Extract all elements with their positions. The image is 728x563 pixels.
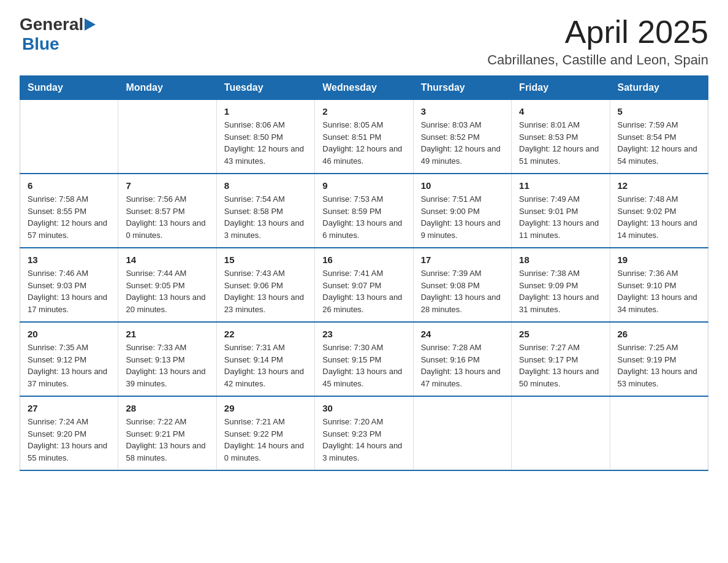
day-number: 6: [28, 180, 110, 191]
calendar-cell: 6Sunrise: 7:58 AM Sunset: 8:55 PM Daylig…: [20, 174, 118, 248]
calendar-cell: 20Sunrise: 7:35 AM Sunset: 9:12 PM Dayli…: [20, 322, 118, 396]
day-info: Sunrise: 7:24 AM Sunset: 9:20 PM Dayligh…: [28, 416, 110, 464]
day-number: 14: [126, 255, 208, 265]
day-number: 1: [224, 106, 307, 117]
day-info: Sunrise: 7:43 AM Sunset: 9:06 PM Dayligh…: [224, 267, 307, 315]
weekday-header-monday: Monday: [118, 76, 216, 100]
title-area: April 2025 Cabrillanes, Castille and Leo…: [487, 15, 708, 68]
logo-general-text: General: [20, 15, 83, 34]
calendar-cell: 28Sunrise: 7:22 AM Sunset: 9:21 PM Dayli…: [118, 396, 216, 470]
weekday-header-row: SundayMondayTuesdayWednesdayThursdayFrid…: [20, 76, 708, 100]
day-info: Sunrise: 7:25 AM Sunset: 9:19 PM Dayligh…: [618, 342, 700, 389]
day-info: Sunrise: 7:28 AM Sunset: 9:16 PM Dayligh…: [421, 342, 504, 389]
page-header: General Blue April 2025 Cabrillanes, Cas…: [20, 15, 708, 68]
calendar-cell: 7Sunrise: 7:56 AM Sunset: 8:57 PM Daylig…: [118, 174, 216, 248]
calendar-cell: 19Sunrise: 7:36 AM Sunset: 9:10 PM Dayli…: [610, 248, 708, 322]
day-number: 11: [519, 180, 602, 191]
day-info: Sunrise: 7:54 AM Sunset: 8:58 PM Dayligh…: [224, 193, 307, 241]
calendar-cell: 12Sunrise: 7:48 AM Sunset: 9:02 PM Dayli…: [610, 174, 708, 248]
day-info: Sunrise: 7:39 AM Sunset: 9:08 PM Dayligh…: [421, 267, 504, 315]
calendar-cell: 9Sunrise: 7:53 AM Sunset: 8:59 PM Daylig…: [315, 174, 413, 248]
calendar-cell: 5Sunrise: 7:59 AM Sunset: 8:54 PM Daylig…: [610, 100, 708, 174]
calendar-cell: 18Sunrise: 7:38 AM Sunset: 9:09 PM Dayli…: [512, 248, 610, 322]
day-number: 27: [28, 403, 110, 413]
calendar-cell: 23Sunrise: 7:30 AM Sunset: 9:15 PM Dayli…: [315, 322, 413, 396]
day-number: 3: [421, 106, 504, 117]
day-info: Sunrise: 7:46 AM Sunset: 9:03 PM Dayligh…: [28, 267, 110, 315]
day-number: 15: [224, 255, 307, 265]
day-info: Sunrise: 7:48 AM Sunset: 9:02 PM Dayligh…: [618, 193, 700, 241]
day-info: Sunrise: 7:58 AM Sunset: 8:55 PM Dayligh…: [28, 193, 110, 241]
day-number: 17: [421, 255, 504, 265]
day-info: Sunrise: 7:53 AM Sunset: 8:59 PM Dayligh…: [322, 193, 405, 241]
day-number: 26: [618, 329, 700, 339]
day-info: Sunrise: 7:30 AM Sunset: 9:15 PM Dayligh…: [322, 342, 405, 389]
day-info: Sunrise: 7:49 AM Sunset: 9:01 PM Dayligh…: [519, 193, 602, 241]
day-info: Sunrise: 7:44 AM Sunset: 9:05 PM Dayligh…: [126, 267, 208, 315]
weekday-header-friday: Friday: [512, 76, 610, 100]
calendar-cell: 16Sunrise: 7:41 AM Sunset: 9:07 PM Dayli…: [315, 248, 413, 322]
day-number: 13: [28, 255, 110, 265]
day-number: 30: [322, 403, 405, 413]
calendar-cell: 24Sunrise: 7:28 AM Sunset: 9:16 PM Dayli…: [413, 322, 511, 396]
calendar-cell: 1Sunrise: 8:06 AM Sunset: 8:50 PM Daylig…: [216, 100, 314, 174]
calendar-cell: [610, 396, 708, 470]
day-info: Sunrise: 7:56 AM Sunset: 8:57 PM Dayligh…: [126, 193, 208, 241]
calendar-subtitle: Cabrillanes, Castille and Leon, Spain: [487, 52, 708, 68]
day-number: 10: [421, 180, 504, 191]
day-number: 12: [618, 180, 700, 191]
day-number: 5: [618, 106, 700, 117]
day-number: 4: [519, 106, 602, 117]
weekday-header-thursday: Thursday: [413, 76, 511, 100]
day-info: Sunrise: 7:35 AM Sunset: 9:12 PM Dayligh…: [28, 342, 110, 389]
calendar-cell: [118, 100, 216, 174]
day-info: Sunrise: 7:31 AM Sunset: 9:14 PM Dayligh…: [224, 342, 307, 389]
calendar-cell: 30Sunrise: 7:20 AM Sunset: 9:23 PM Dayli…: [315, 396, 413, 470]
day-info: Sunrise: 7:38 AM Sunset: 9:09 PM Dayligh…: [519, 267, 602, 315]
day-number: 22: [224, 329, 307, 339]
weekday-header-saturday: Saturday: [610, 76, 708, 100]
weekday-header-wednesday: Wednesday: [315, 76, 413, 100]
calendar-cell: 22Sunrise: 7:31 AM Sunset: 9:14 PM Dayli…: [216, 322, 314, 396]
calendar-cell: 13Sunrise: 7:46 AM Sunset: 9:03 PM Dayli…: [20, 248, 118, 322]
day-info: Sunrise: 7:33 AM Sunset: 9:13 PM Dayligh…: [126, 342, 208, 389]
calendar-cell: 25Sunrise: 7:27 AM Sunset: 9:17 PM Dayli…: [512, 322, 610, 396]
calendar-cell: 14Sunrise: 7:44 AM Sunset: 9:05 PM Dayli…: [118, 248, 216, 322]
calendar-cell: [512, 396, 610, 470]
day-info: Sunrise: 7:36 AM Sunset: 9:10 PM Dayligh…: [618, 267, 700, 315]
calendar-week-row: 6Sunrise: 7:58 AM Sunset: 8:55 PM Daylig…: [20, 174, 708, 248]
day-info: Sunrise: 7:22 AM Sunset: 9:21 PM Dayligh…: [126, 416, 208, 464]
day-number: 24: [421, 329, 504, 339]
logo: General Blue: [20, 15, 98, 54]
weekday-header-tuesday: Tuesday: [216, 76, 314, 100]
calendar-table: SundayMondayTuesdayWednesdayThursdayFrid…: [20, 75, 708, 471]
logo-arrow-icon: [85, 16, 98, 33]
day-number: 2: [322, 106, 405, 117]
day-number: 18: [519, 255, 602, 265]
day-number: 28: [126, 403, 208, 413]
calendar-cell: 29Sunrise: 7:21 AM Sunset: 9:22 PM Dayli…: [216, 396, 314, 470]
calendar-cell: 21Sunrise: 7:33 AM Sunset: 9:13 PM Dayli…: [118, 322, 216, 396]
calendar-week-row: 20Sunrise: 7:35 AM Sunset: 9:12 PM Dayli…: [20, 322, 708, 396]
calendar-week-row: 1Sunrise: 8:06 AM Sunset: 8:50 PM Daylig…: [20, 100, 708, 174]
day-info: Sunrise: 7:20 AM Sunset: 9:23 PM Dayligh…: [322, 416, 405, 464]
calendar-cell: 17Sunrise: 7:39 AM Sunset: 9:08 PM Dayli…: [413, 248, 511, 322]
day-number: 19: [618, 255, 700, 265]
calendar-cell: 11Sunrise: 7:49 AM Sunset: 9:01 PM Dayli…: [512, 174, 610, 248]
day-info: Sunrise: 8:05 AM Sunset: 8:51 PM Dayligh…: [322, 119, 405, 167]
logo-blue-text: Blue: [22, 34, 59, 53]
calendar-cell: 10Sunrise: 7:51 AM Sunset: 9:00 PM Dayli…: [413, 174, 511, 248]
day-info: Sunrise: 7:59 AM Sunset: 8:54 PM Dayligh…: [618, 119, 700, 167]
svg-marker-0: [85, 18, 96, 31]
day-info: Sunrise: 8:03 AM Sunset: 8:52 PM Dayligh…: [421, 119, 504, 167]
day-number: 7: [126, 180, 208, 191]
calendar-cell: 15Sunrise: 7:43 AM Sunset: 9:06 PM Dayli…: [216, 248, 314, 322]
day-info: Sunrise: 7:21 AM Sunset: 9:22 PM Dayligh…: [224, 416, 307, 464]
day-number: 20: [28, 329, 110, 339]
day-number: 21: [126, 329, 208, 339]
calendar-title: April 2025: [487, 15, 708, 50]
day-number: 25: [519, 329, 602, 339]
day-number: 9: [322, 180, 405, 191]
calendar-cell: 2Sunrise: 8:05 AM Sunset: 8:51 PM Daylig…: [315, 100, 413, 174]
day-number: 16: [322, 255, 405, 265]
